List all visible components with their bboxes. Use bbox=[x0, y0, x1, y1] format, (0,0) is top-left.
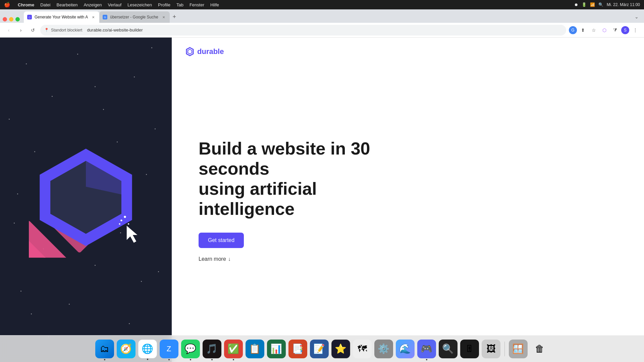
svg-point-3 bbox=[124, 216, 126, 218]
excel-icon: 📊 bbox=[270, 343, 282, 354]
tab-google[interactable]: G übersetzer - Google Suche ✕ bbox=[99, 11, 169, 23]
menu-datei[interactable]: Datei bbox=[40, 2, 50, 7]
bookmark-button[interactable]: ☆ bbox=[589, 25, 598, 35]
get-started-button[interactable]: Get started bbox=[199, 233, 244, 248]
arc-icon: 🌊 bbox=[399, 343, 411, 354]
extension-button[interactable]: ⬡ bbox=[600, 25, 609, 35]
extensions-button2[interactable]: ⧩ bbox=[610, 25, 620, 35]
menu-anzeigen[interactable]: Anzeigen bbox=[84, 2, 102, 7]
profile-button[interactable]: S bbox=[621, 26, 629, 34]
forward-button[interactable]: › bbox=[16, 25, 25, 35]
dock-imageutil[interactable]: 🖼 bbox=[482, 340, 500, 358]
traffic-light-minimize[interactable] bbox=[9, 17, 13, 21]
tab-favicon-google: G bbox=[103, 15, 107, 19]
tab-title-google: übersetzer - Google Suche bbox=[110, 15, 158, 19]
tab-favicon-durable: ◇ bbox=[27, 15, 32, 19]
svg-marker-7 bbox=[127, 226, 138, 243]
quickradar-icon: 🔍 bbox=[442, 343, 454, 354]
datetime: Mi. 22. März 11:00 bbox=[607, 2, 640, 7]
finder-icon: 🗂 bbox=[100, 343, 109, 354]
google-icon-btn[interactable]: G bbox=[569, 26, 577, 34]
dock-chrome[interactable]: 🌐 bbox=[138, 340, 157, 358]
dock-zoom[interactable]: Z bbox=[160, 340, 178, 358]
tab-close-durable[interactable]: ✕ bbox=[91, 14, 96, 20]
menu-hilfe[interactable]: Hilfe bbox=[210, 2, 219, 7]
browser-content: durable Build a website in 30 seconds us… bbox=[0, 38, 644, 362]
menu-lesezeichen[interactable]: Lesezeichen bbox=[127, 2, 152, 7]
svg-point-5 bbox=[119, 223, 120, 225]
dock-trello[interactable]: 📋 bbox=[246, 340, 264, 358]
menu-fenster[interactable]: Fenster bbox=[190, 2, 204, 7]
dock-quickradar[interactable]: 🔍 bbox=[439, 340, 458, 358]
dock-powerpoint[interactable]: 📑 bbox=[288, 340, 307, 358]
macos-right-icons: ⏺ 🔋 📶 🔍 Mi. 22. März 11:00 bbox=[574, 2, 640, 7]
security-icon: 📍 bbox=[44, 28, 49, 32]
tab-title-durable: Generate Your Website with A bbox=[35, 15, 88, 19]
safari-icon: 🧭 bbox=[120, 343, 132, 354]
chrome-window: ◇ Generate Your Website with A ✕ G übers… bbox=[0, 9, 644, 362]
dock-spotify[interactable]: 🎵 bbox=[203, 340, 221, 358]
apple-logo-icon[interactable]: 🍎 bbox=[4, 2, 10, 8]
hero-title-line2: using artificial intelligence bbox=[199, 179, 317, 219]
dock-audiohijack[interactable]: 🎚 bbox=[460, 340, 479, 358]
imageutil-icon: 🖼 bbox=[486, 343, 496, 354]
trello-icon: 📋 bbox=[249, 343, 261, 354]
url-bar[interactable]: 📍 Standort blockiert durable.co/ai-websi… bbox=[40, 25, 566, 36]
menu-verlauf[interactable]: Verlauf bbox=[108, 2, 121, 7]
security-text: Standort blockiert bbox=[51, 28, 82, 33]
dock-divider bbox=[504, 342, 505, 356]
screensnap-icon: 🪟 bbox=[512, 343, 524, 354]
dock-excel[interactable]: 📊 bbox=[267, 340, 286, 358]
left-panel bbox=[0, 38, 172, 362]
dock-safari[interactable]: 🧭 bbox=[117, 340, 136, 358]
battery-icon: 🔋 bbox=[582, 2, 587, 7]
dock-notplan[interactable]: ⭐ bbox=[331, 340, 350, 358]
svg-point-6 bbox=[128, 223, 129, 225]
macos-menu-bar: 🍎 Chrome Datei Bearbeiten Anzeigen Verla… bbox=[0, 0, 644, 9]
dock-todoist[interactable]: ✅ bbox=[224, 340, 243, 358]
dock-screensnap[interactable]: 🪟 bbox=[509, 340, 528, 358]
maps-icon: 🗺 bbox=[358, 343, 367, 354]
dock-finder[interactable]: 🗂 bbox=[95, 340, 114, 358]
hero-title: Build a website in 30 seconds using arti… bbox=[199, 139, 400, 219]
tab-list-end: ⌄ bbox=[632, 12, 641, 23]
durable-logo-text: durable bbox=[197, 47, 224, 56]
hero-content: Build a website in 30 seconds using arti… bbox=[172, 66, 644, 362]
search-icon[interactable]: 🔍 bbox=[598, 2, 603, 7]
share-button[interactable]: ⬆ bbox=[578, 25, 588, 35]
traffic-light-close[interactable] bbox=[3, 17, 7, 21]
menu-chrome[interactable]: Chrome bbox=[18, 2, 34, 7]
powerpoint-icon: 📑 bbox=[292, 343, 304, 354]
tab-durable[interactable]: ◇ Generate Your Website with A ✕ bbox=[24, 11, 99, 23]
address-right-icons: G ⬆ ☆ ⬡ ⧩ S ⋮ bbox=[569, 25, 640, 35]
dock-trash[interactable]: 🗑 bbox=[530, 340, 549, 358]
dock-word[interactable]: 📝 bbox=[310, 340, 329, 358]
dock-arc[interactable]: 🌊 bbox=[396, 340, 415, 358]
back-button[interactable]: ‹ bbox=[4, 25, 13, 35]
audio-icon: 🎚 bbox=[465, 343, 474, 354]
dock-sysprefs[interactable]: ⚙️ bbox=[374, 340, 393, 358]
durable-illustration bbox=[29, 137, 143, 258]
traffic-light-maximize[interactable] bbox=[15, 17, 20, 21]
new-tab-button[interactable]: + bbox=[170, 12, 179, 21]
menu-tab[interactable]: Tab bbox=[176, 2, 183, 7]
sysprefs-icon: ⚙️ bbox=[378, 343, 389, 354]
durable-logo[interactable]: durable bbox=[185, 47, 224, 56]
reload-button[interactable]: ↺ bbox=[28, 25, 38, 35]
menu-button[interactable]: ⋮ bbox=[631, 25, 640, 35]
learn-more-text: Learn more bbox=[199, 256, 226, 262]
dock-discord[interactable]: 🎮 bbox=[417, 340, 436, 358]
svg-point-4 bbox=[120, 220, 122, 221]
right-panel: durable Build a website in 30 seconds us… bbox=[172, 38, 644, 362]
dock-maps[interactable]: 🗺 bbox=[353, 340, 372, 358]
menu-bearbeiten[interactable]: Bearbeiten bbox=[56, 2, 77, 7]
durable-logo-icon bbox=[185, 47, 195, 56]
tab-list-button[interactable]: ⌄ bbox=[632, 12, 641, 21]
learn-more-link[interactable]: Learn more ↓ bbox=[199, 256, 617, 262]
todoist-icon: ✅ bbox=[227, 343, 239, 354]
dock-whatsapp[interactable]: 💬 bbox=[181, 340, 200, 358]
tab-close-google[interactable]: ✕ bbox=[161, 14, 166, 20]
chrome-icon: 🌐 bbox=[142, 343, 153, 354]
menu-profile[interactable]: Profile bbox=[158, 2, 170, 7]
wifi-icon: 📶 bbox=[590, 2, 595, 7]
